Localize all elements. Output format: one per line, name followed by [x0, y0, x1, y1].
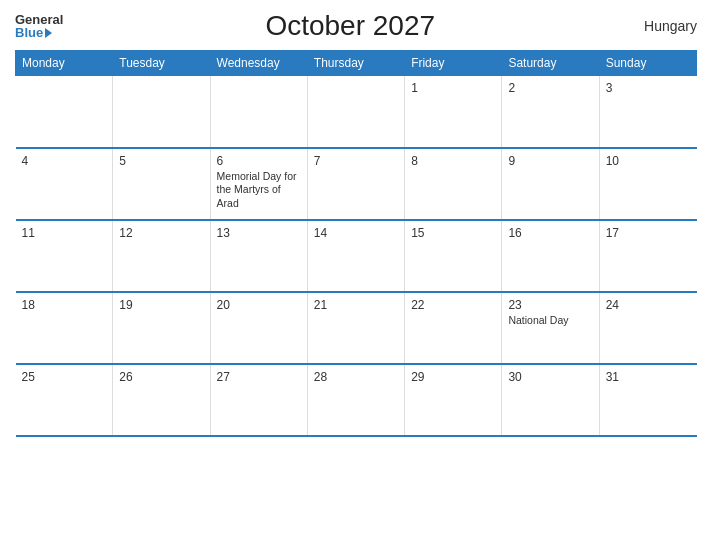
table-row: 456Memorial Day for the Martyrs of Arad7… [16, 148, 697, 220]
calendar-cell: 22 [405, 292, 502, 364]
calendar-cell [210, 76, 307, 148]
day-number: 11 [22, 226, 107, 240]
holiday-label: National Day [508, 314, 592, 328]
calendar-cell: 11 [16, 220, 113, 292]
day-number: 28 [314, 370, 398, 384]
calendar-cell: 14 [307, 220, 404, 292]
calendar-cell: 7 [307, 148, 404, 220]
day-number: 3 [606, 81, 691, 95]
calendar-page: General Blue October 2027 Hungary Monday… [0, 0, 712, 550]
logo-triangle-icon [45, 28, 52, 38]
empty-cell [16, 76, 113, 148]
calendar-cell: 24 [599, 292, 696, 364]
day-number: 29 [411, 370, 495, 384]
table-row: 181920212223National Day24 [16, 292, 697, 364]
calendar-header: General Blue October 2027 Hungary [15, 10, 697, 42]
calendar-cell: 1 [405, 76, 502, 148]
calendar-header-row: Monday Tuesday Wednesday Thursday Friday… [16, 51, 697, 76]
day-number: 16 [508, 226, 592, 240]
day-number: 8 [411, 154, 495, 168]
day-number: 18 [22, 298, 107, 312]
day-number: 30 [508, 370, 592, 384]
calendar-cell: 4 [16, 148, 113, 220]
calendar-cell: 8 [405, 148, 502, 220]
calendar-cell: 28 [307, 364, 404, 436]
day-number: 9 [508, 154, 592, 168]
calendar-table: Monday Tuesday Wednesday Thursday Friday… [15, 50, 697, 437]
calendar-cell: 13 [210, 220, 307, 292]
calendar-cell: 23National Day [502, 292, 599, 364]
country-label: Hungary [637, 18, 697, 34]
header-sunday: Sunday [599, 51, 696, 76]
calendar-cell: 18 [16, 292, 113, 364]
header-wednesday: Wednesday [210, 51, 307, 76]
day-number: 1 [411, 81, 495, 95]
calendar-cell: 15 [405, 220, 502, 292]
table-row: 11121314151617 [16, 220, 697, 292]
header-thursday: Thursday [307, 51, 404, 76]
day-number: 15 [411, 226, 495, 240]
day-number: 7 [314, 154, 398, 168]
day-number: 31 [606, 370, 691, 384]
holiday-label: Memorial Day for the Martyrs of Arad [217, 170, 301, 211]
header-tuesday: Tuesday [113, 51, 210, 76]
calendar-cell: 19 [113, 292, 210, 364]
calendar-cell: 29 [405, 364, 502, 436]
calendar-title: October 2027 [63, 10, 637, 42]
calendar-cell: 16 [502, 220, 599, 292]
day-number: 2 [508, 81, 592, 95]
header-saturday: Saturday [502, 51, 599, 76]
calendar-cell: 25 [16, 364, 113, 436]
calendar-cell: 2 [502, 76, 599, 148]
calendar-cell: 17 [599, 220, 696, 292]
logo: General Blue [15, 13, 63, 39]
calendar-cell: 30 [502, 364, 599, 436]
day-number: 4 [22, 154, 107, 168]
day-number: 5 [119, 154, 203, 168]
day-number: 13 [217, 226, 301, 240]
day-number: 10 [606, 154, 691, 168]
calendar-cell [113, 76, 210, 148]
day-number: 20 [217, 298, 301, 312]
day-number: 24 [606, 298, 691, 312]
calendar-cell: 3 [599, 76, 696, 148]
day-number: 6 [217, 154, 301, 168]
day-number: 21 [314, 298, 398, 312]
calendar-cell: 6Memorial Day for the Martyrs of Arad [210, 148, 307, 220]
calendar-cell: 27 [210, 364, 307, 436]
day-number: 14 [314, 226, 398, 240]
day-number: 19 [119, 298, 203, 312]
calendar-cell: 12 [113, 220, 210, 292]
day-number: 27 [217, 370, 301, 384]
day-number: 25 [22, 370, 107, 384]
table-row: 25262728293031 [16, 364, 697, 436]
calendar-cell [307, 76, 404, 148]
day-number: 26 [119, 370, 203, 384]
calendar-cell: 21 [307, 292, 404, 364]
header-monday: Monday [16, 51, 113, 76]
day-number: 17 [606, 226, 691, 240]
calendar-cell: 26 [113, 364, 210, 436]
day-number: 22 [411, 298, 495, 312]
day-number: 12 [119, 226, 203, 240]
day-number: 23 [508, 298, 592, 312]
calendar-cell: 5 [113, 148, 210, 220]
calendar-cell: 20 [210, 292, 307, 364]
header-friday: Friday [405, 51, 502, 76]
table-row: 123 [16, 76, 697, 148]
calendar-cell: 31 [599, 364, 696, 436]
calendar-cell: 9 [502, 148, 599, 220]
logo-blue-text: Blue [15, 26, 63, 39]
calendar-cell: 10 [599, 148, 696, 220]
